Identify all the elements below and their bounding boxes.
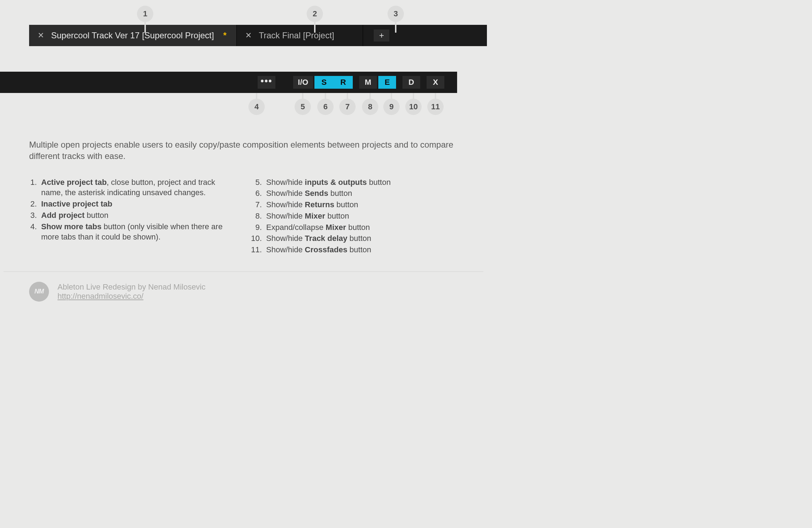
legend-rest: button <box>367 178 391 187</box>
credit-link[interactable]: http://nenadmilosevic.co/ <box>57 292 143 301</box>
legend-bold: Active project tab <box>41 178 107 187</box>
callout-stem <box>144 22 146 33</box>
show-more-tabs-button[interactable]: ••• <box>258 76 275 89</box>
legend-item: Expand/collapse Mixer button <box>264 222 458 233</box>
legend-bold: inputs & outputs <box>305 178 367 187</box>
legend-bold: Inactive project tab <box>41 199 113 208</box>
tab-title: Supercool Track Ver 17 [Supercool Projec… <box>51 31 214 40</box>
callout-pin-8: 8 <box>362 99 378 115</box>
button-label: X <box>433 78 438 87</box>
unsaved-indicator: * <box>223 31 226 40</box>
legend-rest: button <box>325 211 349 220</box>
legend-item: Show/hide Crossfades button <box>264 244 458 255</box>
button-label: D <box>408 78 414 87</box>
callout-pin-10: 10 <box>405 99 422 115</box>
legend-rest: button <box>328 189 352 198</box>
tab-title: Track Final [Project] <box>259 31 334 40</box>
legend-rest: button <box>346 223 370 232</box>
legend-bold: Track delay <box>305 234 347 243</box>
callout-pin-4: 4 <box>248 99 265 115</box>
intro-paragraph: Multiple open projects enable users to e… <box>29 139 458 162</box>
legend-pre: Expand/collapse <box>266 223 326 232</box>
legend-rest: button <box>334 200 358 209</box>
legend-item: Show/hide Track delay button <box>264 233 458 244</box>
new-tab-cell: + <box>363 25 400 46</box>
callout-number: 10 <box>409 102 418 111</box>
legend-bold: Sends <box>305 189 328 198</box>
legend-pre: Show/hide <box>266 189 305 198</box>
expand-mixer-button[interactable]: E <box>378 76 396 89</box>
callout-pin-9: 9 <box>383 99 400 115</box>
legend-pre: Show/hide <box>266 234 305 243</box>
legend-rest: button <box>84 211 108 220</box>
close-icon[interactable]: ✕ <box>38 32 44 39</box>
toggle-crossfades-button[interactable]: X <box>427 76 444 89</box>
callout-pin-1: 1 <box>137 6 153 22</box>
callout-number: 7 <box>345 102 350 111</box>
legend-rest: button <box>347 234 371 243</box>
legend-item: Show/hide Returns button <box>264 199 458 210</box>
callout-number: 5 <box>301 102 305 111</box>
callout-pin-2: 2 <box>307 6 323 22</box>
button-label: I/O <box>298 78 308 87</box>
legend: Active project tab, close button, projec… <box>29 177 458 256</box>
callout-stem <box>314 22 316 33</box>
button-label: R <box>340 78 346 87</box>
button-label: E <box>385 78 390 87</box>
footer: NM Ableton Live Redesign by Nenad Milose… <box>29 282 458 302</box>
legend-pre: Show/hide <box>266 178 305 187</box>
callout-number: 2 <box>313 9 317 18</box>
mixer-options-bar: ••• I/O S R M E D X <box>0 72 457 93</box>
add-project-button[interactable]: + <box>374 29 389 42</box>
tab-active[interactable]: ✕ Supercool Track Ver 17 [Supercool Proj… <box>29 25 237 46</box>
legend-item: Show/hide Mixer button <box>264 211 458 221</box>
legend-item: Show more tabs button (only visible when… <box>39 221 233 242</box>
legend-bold: Show more tabs <box>41 222 102 231</box>
more-icon: ••• <box>260 81 272 84</box>
toggle-sends-button[interactable]: S <box>314 76 334 89</box>
toggle-io-button[interactable]: I/O <box>293 76 313 89</box>
legend-item: Add project button <box>39 210 233 221</box>
toggle-track-delay-button[interactable]: D <box>402 76 420 89</box>
credit-line: Ableton Live Redesign by Nenad Milosevic <box>57 282 205 292</box>
callout-number: 11 <box>431 102 440 111</box>
legend-item: Inactive project tab <box>39 199 233 209</box>
button-label: M <box>365 78 371 87</box>
legend-pre: Show/hide <box>266 200 305 209</box>
callout-number: 6 <box>323 102 328 111</box>
callout-stem <box>395 22 396 33</box>
callout-number: 9 <box>389 102 394 111</box>
callout-pin-7: 7 <box>339 99 356 115</box>
legend-item: Show/hide inputs & outputs button <box>264 177 458 188</box>
legend-bold: Crossfades <box>305 245 347 254</box>
toggle-returns-button[interactable]: R <box>334 76 353 89</box>
separator <box>4 271 483 272</box>
avatar-monogram: NM <box>34 288 44 295</box>
legend-bold: Mixer <box>305 211 325 220</box>
legend-item: Active project tab, close button, projec… <box>39 177 233 198</box>
callout-number: 4 <box>254 102 259 111</box>
legend-bold: Add project <box>41 211 84 220</box>
button-label: S <box>322 78 327 87</box>
toggle-mixer-button[interactable]: M <box>359 76 377 89</box>
legend-pre: Show/hide <box>266 245 305 254</box>
legend-bold: Returns <box>305 200 334 209</box>
legend-bold: Mixer <box>326 223 346 232</box>
bottom-callout-row: 4 5 6 7 8 9 10 11 <box>0 93 487 121</box>
legend-pre: Show/hide <box>266 211 305 220</box>
legend-item: Show/hide Sends button <box>264 188 458 199</box>
callout-number: 3 <box>394 9 398 18</box>
callout-number: 1 <box>143 9 147 18</box>
top-callout-row: 1 2 3 <box>0 0 487 25</box>
callout-pin-5: 5 <box>295 99 311 115</box>
callout-pin-11: 11 <box>427 99 444 115</box>
callout-number: 8 <box>368 102 372 111</box>
tab-inactive[interactable]: ✕ Track Final [Project] <box>237 25 363 46</box>
close-icon[interactable]: ✕ <box>245 32 252 39</box>
callout-pin-3: 3 <box>388 6 404 22</box>
project-tab-bar: ✕ Supercool Track Ver 17 [Supercool Proj… <box>29 25 487 46</box>
legend-rest: button <box>347 245 371 254</box>
plus-icon: + <box>379 31 384 40</box>
avatar: NM <box>29 282 49 302</box>
callout-pin-6: 6 <box>317 99 334 115</box>
